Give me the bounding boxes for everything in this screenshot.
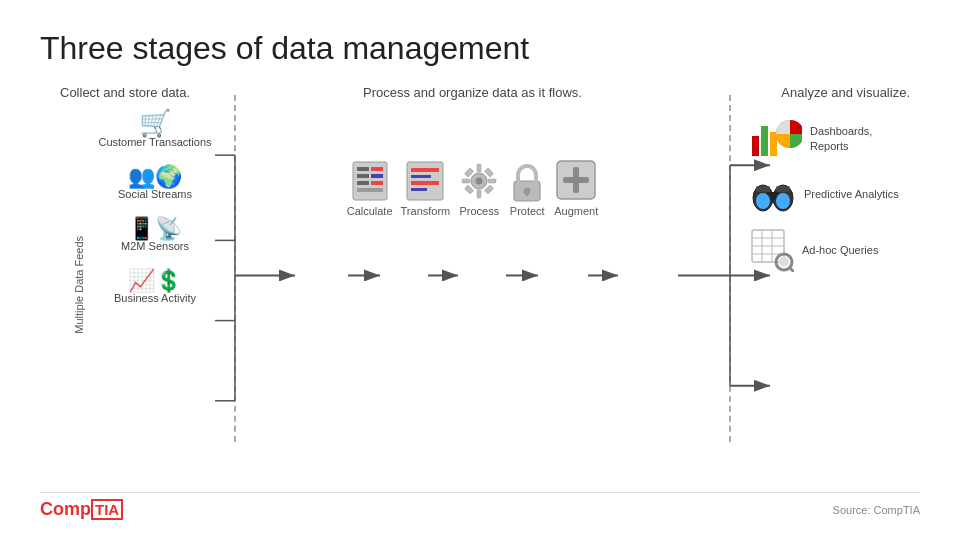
- process-label: Process: [459, 205, 499, 217]
- svg-rect-49: [761, 126, 768, 156]
- stage2-label: Process and organize data as it flows.: [363, 85, 582, 100]
- slide: Three stages of data management: [0, 0, 960, 540]
- source-label: Source: CompTIA: [833, 504, 920, 516]
- protect-label: Protect: [510, 205, 545, 217]
- svg-rect-21: [371, 167, 383, 171]
- svg-rect-39: [485, 168, 494, 177]
- svg-rect-50: [770, 132, 777, 156]
- step-transform: Transform: [401, 160, 451, 217]
- feed-social-label: Social Streams: [118, 188, 192, 200]
- svg-rect-31: [411, 188, 427, 191]
- step-process: Process: [458, 160, 500, 217]
- svg-point-66: [779, 257, 789, 267]
- output-analytics-label: Predictive Analytics: [804, 188, 899, 200]
- svg-rect-30: [411, 181, 439, 185]
- calculate-label: Calculate: [347, 205, 393, 217]
- output-queries: Ad-hoc Queries: [750, 228, 920, 272]
- business-icon: 📈💲: [128, 270, 182, 292]
- svg-rect-24: [357, 181, 369, 185]
- binoculars-icon: [750, 174, 796, 214]
- gear-icon: [458, 160, 500, 202]
- output-queries-label: Ad-hoc Queries: [802, 244, 878, 256]
- feed-sensor: 📱📡 M2M Sensors: [65, 218, 245, 252]
- comptia-logo: CompTIA: [40, 499, 123, 520]
- step-augment: Augment: [554, 158, 598, 217]
- svg-rect-23: [371, 174, 383, 178]
- social-icon: 👥🌍: [128, 166, 182, 188]
- transform-label: Transform: [401, 205, 451, 217]
- output-dashboards-label: Dashboards,Reports: [810, 124, 872, 155]
- svg-point-33: [476, 178, 483, 185]
- page-title: Three stages of data management: [40, 30, 920, 67]
- process-flow: Calculate Transform: [347, 158, 599, 217]
- footer: CompTIA Source: CompTIA: [40, 492, 920, 520]
- logo-tia: TIA: [91, 499, 123, 520]
- svg-rect-22: [357, 174, 369, 178]
- lock-icon: [508, 161, 546, 205]
- stage3-label: Analyze and visualize.: [700, 85, 910, 100]
- svg-rect-41: [485, 185, 494, 194]
- svg-line-67: [790, 268, 794, 272]
- dashboard-icon: [750, 118, 802, 160]
- feed-customer-label: Customer Transactions: [98, 136, 211, 148]
- output-analytics: Predictive Analytics: [750, 174, 920, 214]
- step-protect: Protect: [508, 161, 546, 217]
- svg-rect-26: [357, 188, 383, 192]
- svg-rect-35: [477, 190, 481, 198]
- calculate-icon: [349, 160, 391, 202]
- svg-rect-48: [752, 136, 759, 156]
- cart-icon: 🛒: [139, 110, 171, 136]
- svg-rect-34: [477, 164, 481, 172]
- svg-rect-58: [776, 186, 790, 192]
- logo-comp: Comp: [40, 499, 91, 519]
- data-feeds-list: 🛒 Customer Transactions 👥🌍 Social Stream…: [65, 110, 245, 304]
- diagram-area: Collect and store data. Multiple Data Fe…: [40, 85, 920, 486]
- svg-rect-29: [411, 175, 431, 178]
- feed-sensor-label: M2M Sensors: [121, 240, 189, 252]
- output-dashboards: Dashboards,Reports: [750, 118, 920, 160]
- feeds-label: Multiple Data Feeds: [73, 235, 85, 333]
- step-calculate: Calculate: [347, 160, 393, 217]
- queries-icon: [750, 228, 794, 272]
- left-column: Collect and store data. Multiple Data Fe…: [40, 85, 245, 486]
- svg-rect-36: [462, 179, 470, 183]
- feed-business-label: Business Activity: [114, 292, 196, 304]
- svg-rect-37: [488, 179, 496, 183]
- feed-social: 👥🌍 Social Streams: [65, 166, 245, 200]
- svg-rect-57: [756, 186, 770, 192]
- svg-rect-25: [371, 181, 383, 185]
- svg-rect-20: [357, 167, 369, 171]
- plus-icon: [554, 158, 598, 202]
- svg-rect-47: [563, 177, 589, 183]
- augment-label: Augment: [554, 205, 598, 217]
- feed-business: 📈💲 Business Activity: [65, 270, 245, 304]
- feed-customer: 🛒 Customer Transactions: [65, 110, 245, 148]
- svg-rect-38: [465, 168, 474, 177]
- transform-icon: [404, 160, 446, 202]
- svg-rect-28: [411, 168, 439, 172]
- middle-column: Process and organize data as it flows.: [245, 85, 700, 486]
- output-list: Dashboards,Reports: [750, 118, 920, 272]
- stage1-label: Collect and store data.: [60, 85, 245, 100]
- svg-rect-44: [526, 191, 529, 196]
- svg-point-56: [776, 193, 790, 209]
- right-column: Analyze and visualize.: [700, 85, 920, 486]
- sensor-icon: 📱📡: [128, 218, 182, 240]
- svg-rect-40: [465, 185, 474, 194]
- svg-point-55: [756, 193, 770, 209]
